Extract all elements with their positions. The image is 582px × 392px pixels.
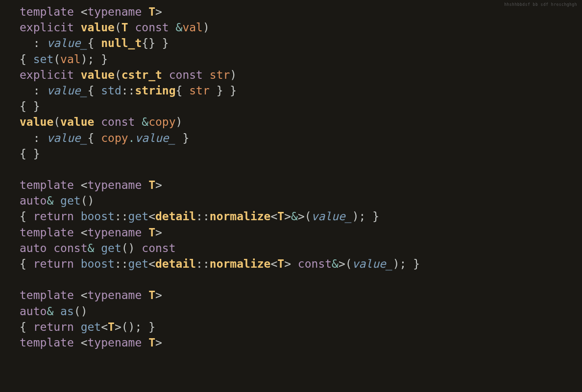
code-token: copy: [148, 115, 175, 128]
code-token: set: [33, 53, 54, 66]
code-token: val: [182, 21, 203, 34]
code-token: {: [20, 53, 33, 66]
code-token: }: [176, 132, 190, 144]
code-token: T: [148, 336, 155, 349]
code-line: { }: [20, 147, 40, 160]
code-token: >: [155, 179, 162, 191]
code-token: template: [20, 336, 74, 349]
code-token: &: [169, 21, 183, 34]
code-token: auto: [20, 242, 47, 254]
code-token: [74, 336, 81, 349]
code-token: T: [148, 289, 155, 301]
code-token: [142, 179, 148, 191]
code-token: null_t: [101, 37, 142, 49]
code-token: >(: [339, 257, 352, 270]
code-token: value_: [352, 257, 393, 270]
code-token: str: [189, 84, 210, 97]
code-token: { }: [20, 100, 40, 113]
code-token: [74, 69, 81, 81]
code-token: detail: [155, 210, 196, 223]
code-line: auto& get(): [20, 194, 94, 207]
code-token: >: [284, 210, 291, 223]
code-token: typename: [88, 336, 142, 349]
code-token: boost: [81, 257, 115, 270]
code-line: explicit value(T const &val): [20, 21, 210, 34]
code-token: [74, 21, 81, 34]
code-line: value(value const &copy): [20, 115, 182, 128]
code-token: >: [155, 289, 162, 301]
code-token: T: [148, 226, 155, 239]
code-token: <: [148, 257, 155, 270]
code-token: value_: [47, 132, 87, 144]
code-token: T: [121, 21, 128, 34]
code-token: <: [81, 179, 88, 191]
code-token: {: [87, 84, 101, 97]
code-token: ::: [115, 210, 128, 223]
code-token: value: [81, 21, 115, 34]
code-token: <: [270, 257, 277, 270]
code-token: get: [101, 242, 121, 254]
code-token: (): [74, 305, 88, 318]
code-token: value: [20, 115, 53, 128]
code-token: template: [20, 5, 74, 18]
code-token: [47, 242, 53, 254]
code-token: value_: [135, 132, 175, 144]
code-token: ::: [196, 257, 210, 270]
code-token: <: [148, 210, 155, 223]
code-token: [74, 321, 81, 333]
code-token: val: [60, 53, 81, 66]
code-token: [128, 21, 135, 34]
code-token: typename: [88, 226, 142, 239]
code-token: ): [230, 69, 237, 81]
code-token: &: [47, 305, 60, 318]
code-token: str: [210, 69, 230, 81]
code-line: auto& as(): [20, 305, 88, 318]
code-line: auto const& get() const: [20, 242, 176, 254]
code-token: [142, 289, 148, 301]
code-token: (): [121, 242, 142, 254]
code-line: template <typename T>: [20, 336, 162, 349]
code-token: boost: [81, 210, 115, 223]
code-token: const: [169, 69, 203, 81]
code-token: get: [128, 210, 149, 223]
code-token: value: [81, 69, 115, 81]
code-line: template <typename T>: [20, 5, 162, 18]
code-token: [74, 179, 81, 191]
code-token: normalize: [210, 257, 271, 270]
code-token: as: [60, 305, 74, 318]
code-token: get: [128, 257, 149, 270]
code-line: template <typename T>: [20, 289, 162, 301]
code-token: T: [108, 321, 115, 333]
code-token: (: [115, 69, 121, 81]
code-token: [203, 69, 210, 81]
code-token: :: [20, 84, 47, 97]
code-line: { return get<T>(); }: [20, 321, 155, 333]
watermark-text: hhshhbbdsf bb sdf hreschghgh: [504, 2, 577, 7]
code-token: <: [101, 321, 108, 333]
code-token: ): [203, 21, 210, 34]
code-token: &: [88, 242, 101, 254]
code-token: :: [20, 132, 47, 144]
code-token: typename: [88, 289, 142, 301]
code-token: [74, 289, 81, 301]
code-token: T: [148, 5, 155, 18]
code-token: {: [20, 210, 33, 223]
code-token: get: [60, 194, 81, 207]
code-token: cstr_t: [121, 69, 162, 81]
code-token: ); }: [393, 257, 420, 270]
code-token: (: [53, 115, 60, 128]
code-token: typename: [88, 5, 142, 18]
code-token: {: [176, 84, 190, 97]
code-token: (: [53, 53, 60, 66]
code-token: explicit: [20, 69, 74, 81]
code-token: :: [20, 37, 47, 49]
code-token: value_: [312, 210, 352, 223]
code-token: <: [81, 5, 88, 18]
code-token: [74, 257, 81, 270]
code-token: return: [33, 210, 74, 223]
code-token: detail: [155, 257, 196, 270]
code-token: } }: [210, 84, 237, 97]
code-token: const: [101, 115, 135, 128]
code-token: ); }: [352, 210, 379, 223]
code-token: std: [101, 84, 121, 97]
